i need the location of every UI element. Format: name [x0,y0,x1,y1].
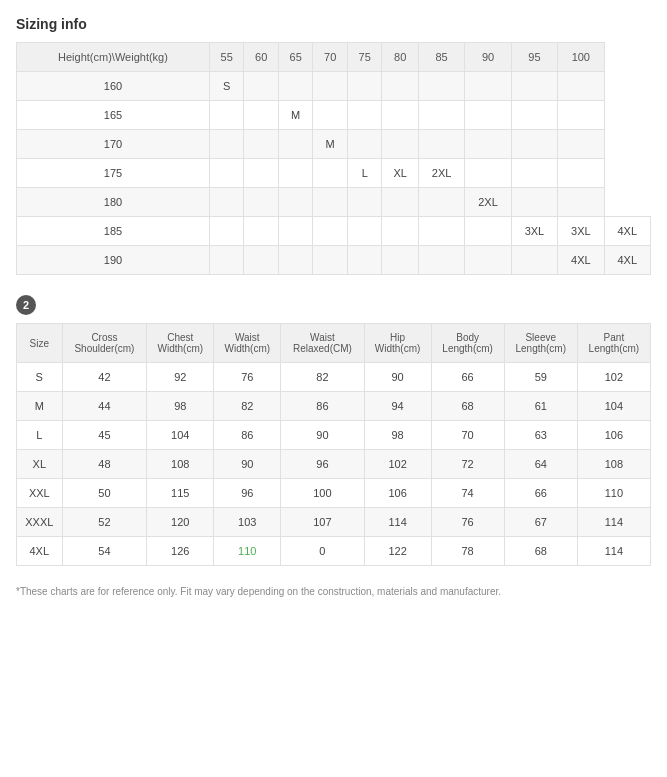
table2-cell: 96 [281,450,364,479]
table1-header-cell: Height(cm)\Weight(kg) [17,43,210,72]
table2-cell: 64 [504,450,577,479]
table2-header-cell: Chest Width(cm) [147,324,214,363]
table1-cell: 2XL [418,159,464,188]
table1-cell [347,101,382,130]
table1-cell [278,130,313,159]
table1-header-cell: 65 [278,43,313,72]
table2-cell: 100 [281,479,364,508]
table1-header-cell: 85 [418,43,464,72]
table1-cell: 4XL [604,246,651,275]
table1-cell [209,130,244,159]
table2-cell: 102 [364,450,431,479]
table1-cell [347,246,382,275]
table1-cell: 190 [17,246,210,275]
table1-cell [382,217,418,246]
table2-cell: 90 [214,450,281,479]
table1-cell: XL [382,159,418,188]
table2-cell: 108 [577,450,650,479]
table1-cell [313,101,348,130]
table2-cell: 0 [281,537,364,566]
table1-cell [278,72,313,101]
table1-cell [558,130,604,159]
section-title-sizing: Sizing info [16,16,651,32]
table1-cell [558,188,604,217]
table2-cell: 70 [431,421,504,450]
table2-cell: 103 [214,508,281,537]
table1-cell: M [313,130,348,159]
table1-header-cell: 55 [209,43,244,72]
table2-cell: 74 [431,479,504,508]
table2-cell: XXXL [17,508,63,537]
table1-cell [558,159,604,188]
table1-cell [244,246,279,275]
table1-cell [382,246,418,275]
table1-cell [465,246,511,275]
table1-cell [418,246,464,275]
table1-cell [465,159,511,188]
table2-cell: 114 [577,537,650,566]
table2-cell: 72 [431,450,504,479]
table2-header-cell: Cross Shoulder(cm) [62,324,147,363]
table1-cell [382,188,418,217]
table1-header-cell: 80 [382,43,418,72]
table2-cell: 44 [62,392,147,421]
table2-cell: 86 [281,392,364,421]
table1-header-cell: 95 [511,43,557,72]
table2-cell: 104 [147,421,214,450]
table2-cell: 52 [62,508,147,537]
table2-cell: 122 [364,537,431,566]
table2-cell: 115 [147,479,214,508]
table1-cell [209,159,244,188]
table2-header-cell: Size [17,324,63,363]
table1-cell: 3XL [511,217,557,246]
table1-cell [465,101,511,130]
table1-cell [382,130,418,159]
table1-header-cell: 75 [347,43,382,72]
table2-cell: 107 [281,508,364,537]
table1-cell [278,246,313,275]
table1-cell [313,72,348,101]
table1-cell [278,217,313,246]
table2-cell: 50 [62,479,147,508]
table1-cell: 165 [17,101,210,130]
table1-cell [558,72,604,101]
table1-header-cell: 60 [244,43,279,72]
table2-cell: XL [17,450,63,479]
table2-cell: 98 [147,392,214,421]
size-chart-table-2: SizeCross Shoulder(cm)Chest Width(cm)Wai… [16,323,651,566]
table1-cell [313,188,348,217]
table2-cell: 78 [431,537,504,566]
table2-header-cell: Waist Width(cm) [214,324,281,363]
table2-cell: 114 [577,508,650,537]
table2-cell: 66 [431,363,504,392]
table2-cell: 110 [577,479,650,508]
table1-header-cell: 70 [313,43,348,72]
table1-cell [209,188,244,217]
table1-cell [313,246,348,275]
table1-cell [209,246,244,275]
table1-cell: 2XL [465,188,511,217]
table2-cell: S [17,363,63,392]
table2-cell: 66 [504,479,577,508]
table2-cell: 76 [214,363,281,392]
table1-cell [347,72,382,101]
table1-cell [244,130,279,159]
table2-cell: 67 [504,508,577,537]
table2-cell: 106 [577,421,650,450]
table2-cell: 120 [147,508,214,537]
table1-cell [209,101,244,130]
table1-header-cell: 90 [465,43,511,72]
table2-cell: 54 [62,537,147,566]
table1-cell: M [278,101,313,130]
table1-cell: 175 [17,159,210,188]
table1-cell [209,217,244,246]
table2-cell: 68 [504,537,577,566]
footnote-text: *These charts are for reference only. Fi… [16,586,651,597]
table1-cell [313,159,348,188]
table2-cell: 86 [214,421,281,450]
table2-cell: 108 [147,450,214,479]
table1-cell [511,159,557,188]
table1-cell [511,246,557,275]
table1-cell [511,101,557,130]
table2-cell: 106 [364,479,431,508]
